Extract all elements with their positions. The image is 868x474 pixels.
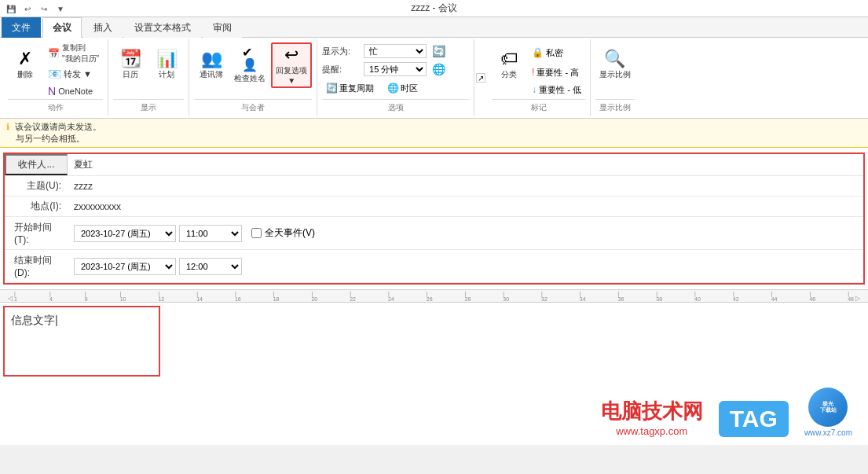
importance-high-label: 重要性 - 高	[537, 67, 579, 79]
delete-label: 删除	[17, 69, 33, 80]
location-input[interactable]	[68, 199, 863, 215]
attendees-group-label: 与会者	[194, 99, 312, 115]
ruler-tick: |34	[580, 291, 586, 302]
forward-button[interactable]: 📧 转发 ▼	[44, 66, 103, 82]
form-row-end: 结束时间(D): 2023-10-27 (周五) 12:00	[5, 250, 863, 283]
copy-calendar-button[interactable]: 📅 复制到"我的日历"	[44, 42, 103, 64]
recurrence-button[interactable]: 🔄 重复周期	[322, 80, 378, 96]
tab-review[interactable]: 审阅	[203, 17, 242, 38]
scheduling-button[interactable]: 📊 计划	[149, 42, 184, 88]
recipient-button[interactable]: 收件人...	[5, 154, 68, 175]
subject-input[interactable]	[68, 178, 863, 194]
form-row-location: 地点(I):	[5, 197, 863, 217]
brand-right-logo: 极光下载站 www.xz7.com	[804, 388, 852, 437]
importance-high-button[interactable]: ! 重要性 - 高	[528, 64, 585, 80]
bottom-area: 电脑技术网 www.tagxp.com TAG 极光下载站 www.xz7.co…	[0, 380, 868, 445]
ruler-tick: |16	[235, 291, 241, 302]
refresh-icon: 🔄	[432, 45, 445, 57]
editor-area: 信息文字|	[0, 303, 868, 380]
all-day-label: 全天事件(V)	[265, 226, 315, 240]
ruler-tick: |22	[350, 291, 356, 302]
all-day-checkbox-container: 全天事件(V)	[251, 226, 315, 240]
check-names-button[interactable]: ✔👤 检查姓名	[230, 42, 269, 88]
attendees-buttons: 👥 通讯簿 ✔👤 检查姓名 ↩ 回复选项▼	[194, 41, 312, 99]
tab-file[interactable]: 文件	[2, 17, 41, 38]
options-expander[interactable]: ↗	[474, 39, 487, 116]
scheduling-label: 计划	[159, 69, 174, 80]
end-date-select[interactable]: 2023-10-27 (周五)	[74, 258, 176, 275]
redo-qa-btn[interactable]: ↪	[37, 2, 51, 16]
private-label: 私密	[546, 47, 563, 59]
tab-insert[interactable]: 插入	[83, 17, 123, 38]
ruler-tick: |42	[733, 291, 739, 302]
all-day-checkbox[interactable]	[251, 228, 262, 238]
recurrence-timezone-row: 🔄 重复周期 🌐 时区	[322, 80, 445, 96]
tab-meeting[interactable]: 会议	[42, 17, 82, 38]
importance-low-button[interactable]: ↓ 重要性 - 低	[528, 82, 585, 97]
ruler-tick: |44	[771, 291, 778, 302]
title-bar-text: zzzz - 会议	[411, 2, 457, 15]
brand-tag-box: TAG	[719, 401, 789, 437]
delete-button[interactable]: ✗ 删除	[8, 42, 42, 88]
forward-icon: 📧	[48, 68, 61, 80]
form-row-subject: 主题(U):	[5, 176, 863, 197]
onenote-icon: N	[48, 85, 56, 97]
save-qa-btn[interactable]: 💾	[4, 2, 18, 16]
ruler-tick: |46	[809, 291, 815, 302]
ruler-tick: |1	[14, 291, 17, 302]
onenote-button[interactable]: N OneNote	[44, 83, 103, 99]
brand-sub-text: www.tagxp.com	[616, 425, 687, 437]
ribbon: 文件 会议 插入 设置文本格式 审阅 ✗ 删除 📅 复制到"我的日历"	[0, 17, 868, 119]
recurrence-options-icon: ↩	[284, 46, 298, 64]
classify-label: 分类	[501, 69, 517, 80]
ruler-tick: |24	[388, 291, 394, 302]
address-book-button[interactable]: 👥 通讯簿	[194, 42, 229, 88]
ruler: ◁ |1 |4 |8 |10 |12 |14 |16 |18 |20 |22 |…	[0, 290, 868, 303]
tags-buttons: 🏷 分类 🔒 私密 ! 重要性 - 高 ↓	[492, 41, 585, 99]
check-names-label: 检查姓名	[234, 73, 266, 84]
info-line2: 与另一约会相抵。	[6, 133, 862, 145]
private-button[interactable]: 🔒 私密	[528, 42, 585, 63]
calendar-view-icon: 📆	[120, 50, 141, 68]
info-bar: ℹ 该会议邀请尚未发送。 与另一约会相抵。	[0, 119, 868, 148]
check-names-icon: ✔👤	[242, 46, 258, 72]
ruler-tick: |14	[196, 291, 203, 302]
form-row-recipient: 收件人...	[5, 154, 863, 176]
ribbon-group-tags: 🏷 分类 🔒 私密 ! 重要性 - 高 ↓	[487, 39, 591, 116]
calendar-view-button[interactable]: 📆 日历	[113, 42, 148, 88]
lock-icon: 🔒	[532, 47, 544, 58]
recurrence-options-button[interactable]: ↩ 回复选项▼	[271, 42, 312, 88]
zoom-button[interactable]: 🔍 显示比例	[595, 42, 635, 88]
zoom-label: 显示比例	[599, 69, 631, 80]
options-group-label: 选项	[322, 99, 469, 115]
brand-block: 电脑技术网 www.tagxp.com	[601, 398, 703, 437]
show-as-select[interactable]: 忙	[364, 44, 427, 58]
start-time-select[interactable]: 11:00	[179, 225, 242, 242]
recurrence-icon: 🔄	[326, 83, 338, 94]
classify-button[interactable]: 🏷 分类	[492, 42, 526, 88]
scheduling-icon: 📊	[156, 50, 178, 68]
actions-buttons: ✗ 删除 📅 复制到"我的日历" 📧 转发 ▼ N	[8, 41, 103, 99]
reminder-select[interactable]: 15 分钟	[364, 62, 427, 76]
location-label: 地点(I):	[5, 197, 68, 215]
zoom-icon: 🔍	[604, 50, 625, 68]
end-time-select[interactable]: 12:00	[179, 258, 242, 275]
undo-qa-btn[interactable]: ↩	[20, 2, 35, 16]
warning-icon: ℹ	[6, 122, 9, 131]
importance-buttons: 🔒 私密 ! 重要性 - 高 ↓ 重要性 - 低	[528, 42, 585, 97]
ruler-tick: |48	[848, 291, 854, 302]
tab-format[interactable]: 设置文本格式	[124, 17, 201, 38]
delete-icon: ✗	[18, 50, 32, 68]
ruler-tick: |30	[503, 291, 509, 302]
actions-group-label: 动作	[8, 99, 103, 115]
editor-content[interactable]: 信息文字|	[11, 314, 152, 328]
info-line1: ℹ 该会议邀请尚未发送。	[6, 121, 862, 133]
customize-qa-btn[interactable]: ▼	[53, 2, 68, 16]
timezone-button[interactable]: 🌐 时区	[383, 80, 422, 96]
copy-calendar-label: 复制到"我的日历"	[62, 42, 99, 64]
ruler-tick: |28	[465, 291, 471, 302]
ribbon-tabs: 文件 会议 插入 设置文本格式 审阅	[0, 17, 868, 38]
ribbon-group-display: 📆 日历 📊 计划 显示	[108, 39, 189, 116]
start-date-select[interactable]: 2023-10-27 (周五)	[74, 225, 176, 242]
recipient-input[interactable]	[68, 157, 863, 173]
